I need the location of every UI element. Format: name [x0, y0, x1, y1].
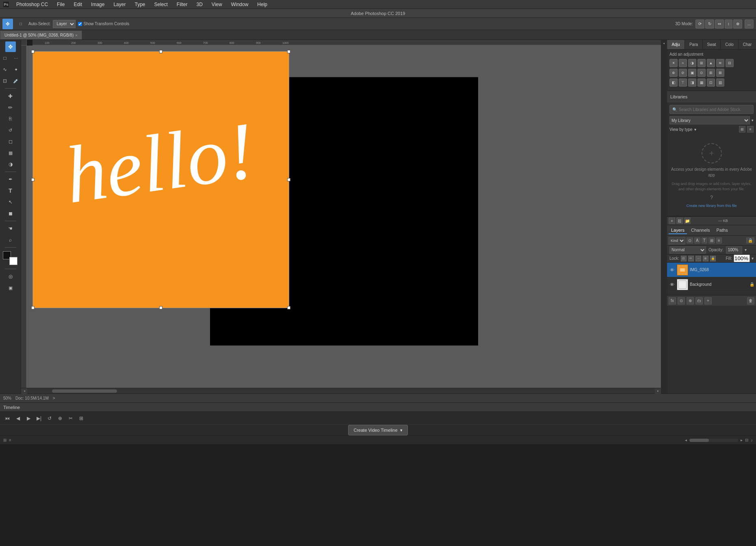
brush-tool[interactable]: ✏ [5, 102, 16, 113]
history-brush-tool[interactable]: ↺ [5, 125, 16, 135]
filter-pixel-btn[interactable]: ⊙ [687, 237, 693, 244]
filter-toggle-btn[interactable]: 🔒 [746, 237, 754, 244]
list-view-btn[interactable]: ≡ [747, 126, 754, 133]
rect-marquee-tool[interactable]: □ [0, 53, 10, 63]
tl-play-btn[interactable]: ▶ [24, 414, 32, 422]
invert-icon[interactable]: ⊞ [707, 69, 715, 77]
menu-photoshop-cc[interactable]: Photoshop CC [15, 1, 50, 8]
filter-shape-btn[interactable]: ⊞ [708, 237, 715, 244]
grid-view-btn[interactable]: ⊞ [739, 126, 745, 133]
library-chevron[interactable]: ▾ [752, 118, 754, 122]
marquee-tool-btn[interactable]: □ [15, 19, 26, 29]
crop-tool[interactable]: ⊡ [0, 76, 10, 86]
menu-type[interactable]: Type [133, 1, 147, 8]
eraser-tool[interactable]: ◻ [5, 136, 16, 147]
show-transform-checkbox[interactable] [78, 22, 82, 26]
filter-text-btn[interactable]: T [702, 237, 707, 244]
tl-prev-frame-btn[interactable]: ◀ [14, 414, 22, 422]
background-color-swatch[interactable] [9, 257, 17, 265]
fill-arrow[interactable]: ▾ [752, 256, 754, 261]
selective-color-icon[interactable]: ◨ [688, 78, 696, 87]
posterize-icon[interactable]: ⊠ [716, 69, 724, 77]
dodge-tool[interactable]: ◑ [5, 159, 16, 170]
shape-tool[interactable]: ◼ [5, 208, 16, 219]
libraries-search[interactable]: 🔍 [669, 105, 754, 114]
create-video-timeline-btn[interactable]: Create Video Timeline ▾ [348, 425, 407, 435]
scroll-left-btn[interactable]: ◂ [21, 388, 28, 394]
exposure-icon[interactable]: ⊞ [698, 59, 706, 67]
channelmix-icon[interactable]: ▣ [688, 69, 696, 77]
menu-file[interactable]: File [55, 1, 66, 8]
ellipse-marquee-tool[interactable]: ⋯ [11, 53, 21, 63]
move-tool[interactable]: ✥ [5, 41, 16, 52]
move-tool-btn[interactable]: ✥ [2, 19, 13, 29]
lock-artboard-btn[interactable]: ↔ [695, 256, 701, 261]
menu-window[interactable]: Window [230, 1, 250, 8]
more-options-btn[interactable]: ... [745, 20, 754, 28]
quick-mask-btn[interactable]: ◎ [5, 271, 16, 282]
opacity-arrow[interactable]: ▾ [745, 248, 747, 252]
lock-position-btn[interactable]: ⊕ [703, 256, 708, 261]
gradient-map-icon[interactable]: ⊤ [679, 78, 687, 87]
tl-audio-btn[interactable]: ♪ [751, 438, 753, 442]
layer-kind-select[interactable]: Kind [669, 237, 685, 244]
library-dropdown[interactable]: My Library [669, 116, 750, 124]
pen-tool[interactable]: ✒ [5, 174, 16, 185]
tab-close-btn[interactable]: × [75, 33, 77, 37]
status-arrow[interactable]: > [53, 396, 55, 400]
lock-transparent-btn[interactable]: ⊟ [681, 256, 687, 261]
menu-3d[interactable]: 3D [195, 1, 204, 8]
screen-mode-btn[interactable]: ▣ [5, 283, 16, 293]
layer-background[interactable]: 👁 Background 🔒 [667, 277, 756, 292]
tl-split-btn[interactable]: ✂ [67, 414, 75, 422]
tab-para[interactable]: Para [685, 40, 703, 49]
filter-adj-btn[interactable]: A [694, 237, 700, 244]
3d-roll-btn[interactable]: ↻ [705, 20, 714, 28]
hsl-icon[interactable]: ≋ [716, 59, 724, 67]
channels-tab[interactable]: Channels [689, 227, 712, 234]
menu-help[interactable]: Help [256, 1, 269, 8]
layer-visibility-img0268[interactable]: 👁 [669, 267, 675, 273]
tab-char[interactable]: Char [739, 40, 756, 49]
3d-slide-btn[interactable]: ↕ [725, 20, 732, 28]
menu-image[interactable]: Image [89, 1, 106, 8]
add-adjustment-btn[interactable]: ⊕ [687, 297, 694, 305]
new-group-btn[interactable]: 🗀 [695, 297, 703, 305]
menu-filter[interactable]: Filter [175, 1, 189, 8]
colorbalance-icon[interactable]: ⊟ [726, 59, 734, 67]
paths-tab[interactable]: Paths [714, 227, 730, 234]
gradient-tool[interactable]: ▦ [5, 148, 16, 158]
menu-select[interactable]: Select [152, 1, 169, 8]
blend-mode-select[interactable]: Normal [669, 246, 706, 254]
vibrance-icon[interactable]: ▲ [707, 59, 715, 67]
type-tool[interactable]: T [5, 185, 16, 196]
pattern-icon[interactable]: ▦ [698, 78, 706, 87]
3d-pan-btn[interactable]: ⇔ [715, 20, 724, 28]
hand-tool[interactable]: ☚ [5, 223, 16, 234]
lock-all-btn[interactable]: 🔒 [710, 256, 716, 261]
lock-image-btn[interactable]: ✏ [688, 256, 694, 261]
opacity-input[interactable] [726, 246, 742, 254]
layer-img0268[interactable]: 👁 IMG_0268 [667, 263, 756, 277]
curves-icon[interactable]: ◑ [688, 59, 696, 67]
tl-next-frame-btn[interactable]: ▶| [35, 414, 43, 422]
colrlookup-icon[interactable]: ⊙ [698, 69, 706, 77]
auto-select-dropdown[interactable]: Layer [53, 20, 76, 28]
tl-format-btn[interactable]: ≡ [9, 438, 11, 442]
menu-edit[interactable]: Edit [72, 1, 84, 8]
3d-rotate-btn[interactable]: ⟳ [695, 20, 704, 28]
canvas-image[interactable]: hello! [33, 52, 289, 308]
magic-wand-tool[interactable]: ✦ [11, 64, 21, 75]
fill-input[interactable] [734, 255, 750, 262]
solid-color-icon[interactable]: ⊡ [707, 78, 715, 87]
tab-swat[interactable]: Swat [703, 40, 721, 49]
clone-stamp-tool[interactable]: ⎘ [5, 113, 16, 124]
tl-settings-btn[interactable]: ⊞ [3, 438, 6, 442]
document-tab[interactable]: Untitled-1 @ 50% (IMG_0268, RGB/8) × [0, 30, 82, 39]
photofilter-icon[interactable]: ⊘ [679, 69, 687, 77]
tab-colo[interactable]: Colo [721, 40, 739, 49]
brightness-contrast-icon[interactable]: ☀ [669, 59, 678, 67]
healing-brush-tool[interactable]: ✚ [5, 91, 16, 101]
tl-loop-btn[interactable]: ↺ [45, 414, 54, 422]
link-layers-btn[interactable]: ⛓ [676, 218, 683, 224]
